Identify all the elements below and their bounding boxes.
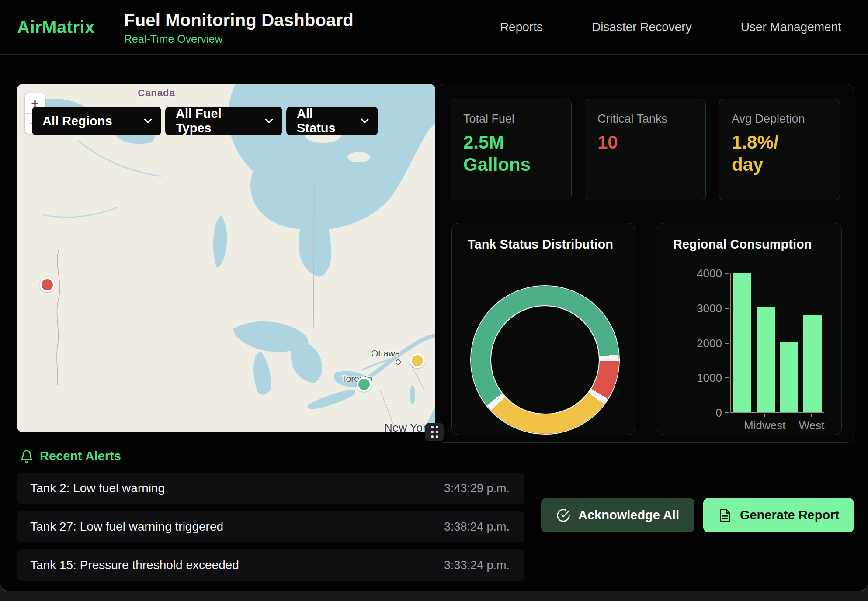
y-axis-tick: [725, 343, 729, 344]
y-axis-tick-label: 0: [661, 406, 722, 420]
y-axis-tick: [725, 273, 729, 274]
file-text-icon: [718, 508, 732, 522]
title-block: Fuel Monitoring Dashboard Real-Time Over…: [124, 10, 354, 45]
stat-label: Total Fuel: [463, 112, 559, 126]
alerts-header: Recent Alerts: [20, 449, 121, 463]
map-label-canada: Canada: [128, 87, 185, 99]
x-axis-tick-label: West: [781, 419, 842, 432]
y-axis-tick: [725, 412, 729, 413]
alert-timestamp: 3:38:24 p.m.: [444, 520, 510, 534]
bar-chart-title: Regional Consumption: [673, 237, 812, 252]
filter-all-regions[interactable]: All Regions: [32, 107, 161, 135]
bar: [757, 307, 775, 412]
generate-report-button[interactable]: Generate Report: [703, 498, 854, 532]
y-axis-tick-label: 4000: [661, 267, 722, 280]
alerts-title: Recent Alerts: [40, 449, 121, 463]
alert-text: Tank 2: Low fuel warning: [30, 481, 165, 495]
bar: [780, 342, 798, 412]
resize-handle-icon[interactable]: [425, 423, 444, 441]
y-axis-tick: [725, 308, 729, 309]
alert-text: Tank 15: Pressure threshold exceeded: [30, 558, 239, 572]
check-circle-icon: [556, 508, 570, 522]
map-marker-normal[interactable]: [357, 377, 372, 392]
map-filters: All Regions All Fuel Types All Status: [32, 107, 378, 135]
nav-user-management[interactable]: User Management: [741, 20, 841, 34]
tank-status-panel: Tank Status Distribution: [451, 223, 635, 435]
alert-row[interactable]: Tank 27: Low fuel warning triggered 3:38…: [17, 511, 524, 542]
bar: [803, 315, 822, 412]
alert-timestamp: 3:43:29 p.m.: [444, 482, 510, 495]
alert-row[interactable]: Tank 2: Low fuel warning 3:43:29 p.m.: [17, 473, 524, 504]
map-label-ottawa: Ottawa: [371, 348, 400, 359]
filter-fuel-label: All Fuel Types: [176, 107, 258, 135]
chevron-down-icon: [361, 115, 368, 123]
page-subtitle: Real-Time Overview: [124, 33, 354, 45]
nav-reports[interactable]: Reports: [500, 20, 543, 34]
stat-label: Critical Tanks: [597, 112, 693, 126]
filter-all-fuel-types[interactable]: All Fuel Types: [165, 107, 282, 135]
map-panel[interactable]: Canada Ottawa Toronto New York + − All R…: [17, 84, 435, 432]
alert-timestamp: 3:33:24 p.m.: [444, 559, 510, 572]
map-marker-warning[interactable]: [410, 353, 425, 368]
page-title: Fuel Monitoring Dashboard: [124, 10, 354, 30]
brand-logo: AirMatrix: [17, 17, 124, 37]
stat-label: Avg Depletion: [732, 112, 827, 126]
donut-chart-title: Tank Status Distribution: [468, 237, 613, 252]
x-axis-tick: [764, 414, 765, 417]
regional-consumption-panel: Regional Consumption 01000200030004000Mi…: [657, 223, 842, 435]
y-axis-tick-label: 3000: [661, 302, 722, 315]
stat-value-avg-depletion: 1.8%/ day: [732, 131, 827, 176]
header: AirMatrix Fuel Monitoring Dashboard Real…: [0, 0, 868, 55]
map-background: [17, 84, 435, 432]
bell-icon: [20, 449, 34, 463]
generate-report-label: Generate Report: [740, 508, 839, 522]
filter-status-label: All Status: [297, 107, 354, 135]
bar-chart-plot-area: [730, 273, 824, 413]
ottawa-town-dot: [396, 359, 401, 365]
filter-regions-label: All Regions: [42, 114, 112, 128]
main-nav: Reports Disaster Recovery User Managemen…: [500, 20, 841, 34]
stat-card-critical-tanks: Critical Tanks 10: [585, 99, 706, 200]
map-marker-critical[interactable]: [40, 277, 55, 292]
y-axis-tick-label: 2000: [661, 337, 722, 350]
alert-row[interactable]: Tank 15: Pressure threshold exceeded 3:3…: [17, 549, 524, 581]
filter-all-status[interactable]: All Status: [286, 107, 378, 135]
stat-card-total-fuel: Total Fuel 2.5M Gallons: [451, 99, 572, 200]
tank-status-donut-chart: [471, 286, 619, 434]
y-axis-tick-label: 1000: [661, 371, 722, 385]
stat-value-critical-tanks: 10: [597, 131, 693, 153]
acknowledge-all-button[interactable]: Acknowledge All: [541, 498, 694, 532]
app-window: AirMatrix Fuel Monitoring Dashboard Real…: [0, 0, 868, 591]
alert-text: Tank 27: Low fuel warning triggered: [30, 520, 223, 534]
y-axis-tick: [725, 377, 729, 378]
x-axis-tick: [811, 414, 812, 417]
nav-disaster-recovery[interactable]: Disaster Recovery: [592, 20, 692, 34]
bar: [733, 273, 751, 412]
chevron-down-icon: [144, 115, 152, 123]
chevron-down-icon: [265, 115, 273, 123]
acknowledge-all-label: Acknowledge All: [578, 508, 679, 522]
stat-card-avg-depletion: Avg Depletion 1.8%/ day: [719, 99, 840, 200]
stat-value-total-fuel: 2.5M Gallons: [463, 131, 559, 176]
